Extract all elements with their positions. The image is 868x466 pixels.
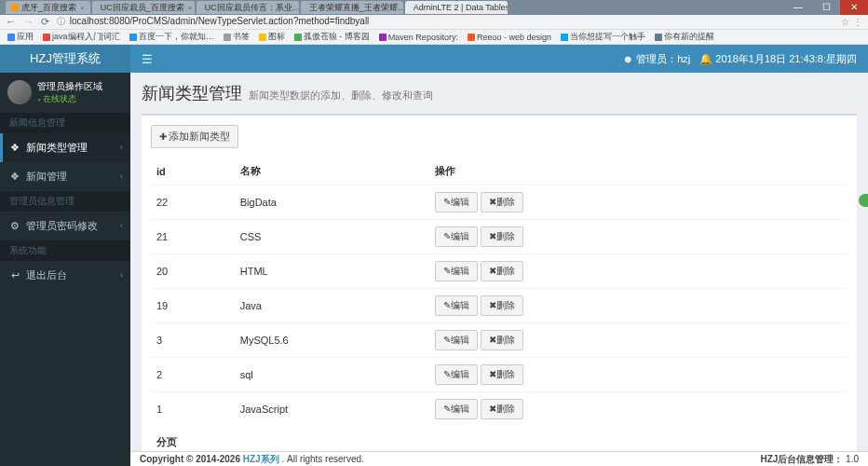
browser-tab[interactable]: UC回应裁员_百度搜索× (92, 1, 195, 14)
col-name: 名称 (235, 158, 429, 185)
add-news-type-button[interactable]: ✚添加新闻类型 (151, 125, 238, 148)
bookmark-favicon-icon (468, 34, 475, 41)
control-sidebar-toggle[interactable] (859, 194, 868, 207)
apps-icon[interactable]: 应用 (7, 31, 34, 43)
edit-icon: ✎ (443, 197, 451, 207)
sidebar-section-header: 管理员信息管理 (0, 191, 130, 212)
bookmark-favicon-icon (259, 34, 266, 41)
forward-icon[interactable]: → (23, 16, 34, 28)
bookmark-item[interactable]: 当你想提写一个触手 (561, 31, 645, 43)
tab-title: AdminLTE 2 | Data Tables (414, 3, 508, 12)
sidebar-toggle-icon[interactable]: ☰ (142, 52, 153, 66)
pagination-label: 分页 (151, 426, 848, 451)
bookmark-favicon-icon (655, 34, 662, 41)
delete-button[interactable]: ✖删除 (481, 399, 523, 419)
bookmark-item[interactable]: java编程入门|词汇 (43, 31, 120, 43)
edit-icon: ✎ (443, 266, 451, 276)
cell-actions: ✎编辑 ✖删除 (429, 220, 848, 254)
sidebar-item[interactable]: ↩退出后台‹ (0, 261, 130, 290)
delete-button[interactable]: ✖删除 (481, 261, 523, 281)
cell-actions: ✎编辑 ✖删除 (429, 185, 848, 220)
edit-button[interactable]: ✎编辑 (435, 295, 478, 316)
favicon-icon (11, 4, 19, 11)
tab-close-icon[interactable]: × (80, 4, 85, 12)
window-controls: — ☐ ✕ (784, 0, 868, 15)
bookmark-item[interactable]: 书签 (224, 31, 250, 43)
bookmark-favicon-icon (129, 34, 137, 41)
bookmark-item[interactable]: Reeoo - web design (468, 33, 551, 42)
cell-actions: ✎编辑 ✖删除 (429, 358, 848, 392)
app-logo[interactable]: HZJ管理系统 (0, 45, 130, 73)
tab-title: UC回应裁员_百度搜索 (101, 2, 184, 14)
cell-id: 3 (151, 323, 235, 358)
cell-actions: ✎编辑 ✖删除 (429, 323, 848, 358)
delete-button[interactable]: ✖删除 (481, 192, 523, 212)
delete-button[interactable]: ✖删除 (481, 330, 523, 350)
table-row: 20 HTML ✎编辑 ✖删除 (151, 254, 848, 289)
data-table: id 名称 操作 22 BigData ✎编辑 ✖删除 21 CSS ✎编辑 ✖… (151, 158, 848, 426)
delete-icon: ✖ (489, 266, 496, 276)
footer-brand-link[interactable]: HZJ系列 (243, 454, 279, 464)
sidebar-item[interactable]: ⚙管理员密码修改‹ (0, 212, 130, 240)
page-header: 新闻类型管理 新闻类型数据的添加、删除、修改和查询 (130, 73, 868, 114)
edit-button[interactable]: ✎编辑 (435, 399, 478, 419)
cell-name: MySQL5.6 (235, 323, 429, 358)
edit-button[interactable]: ✎编辑 (435, 261, 478, 281)
edit-icon: ✎ (443, 335, 451, 345)
chevron-left-icon: ‹ (120, 221, 123, 230)
edit-button[interactable]: ✎编辑 (435, 226, 478, 247)
sidebar-item-icon: ❖ (9, 171, 20, 183)
delete-button[interactable]: ✖删除 (481, 295, 523, 316)
table-row: 1 JavaScript ✎编辑 ✖删除 (151, 392, 848, 427)
bookmark-favicon-icon (224, 34, 231, 41)
bookmark-item[interactable]: 孤傲苍狼 - 博客园 (294, 31, 370, 43)
delete-icon: ✖ (489, 197, 496, 207)
menu-icon[interactable]: ⋮ (853, 17, 862, 27)
cell-name: Java (235, 289, 429, 323)
close-icon[interactable]: ✕ (840, 0, 868, 15)
browser-tab[interactable]: 王者荣耀直播_王者荣耀…× (301, 1, 403, 14)
bookmark-item[interactable]: 百度一下，你就知… (129, 31, 214, 43)
edit-button[interactable]: ✎编辑 (435, 192, 478, 212)
sidebar-item-icon: ❖ (9, 142, 20, 154)
table-row: 21 CSS ✎编辑 ✖删除 (151, 220, 848, 254)
browser-tab[interactable]: 虎牙_百度搜索× (6, 1, 90, 14)
edit-button[interactable]: ✎编辑 (435, 330, 478, 350)
browser-tab[interactable]: UC回应裁员传言：系业…× (197, 1, 299, 14)
sidebar-item-label: 新闻管理 (26, 170, 67, 184)
bookmark-item[interactable]: 你有新的提醒 (655, 31, 714, 43)
minimize-icon[interactable]: — (784, 0, 812, 15)
cell-name: sql (235, 358, 429, 392)
cell-name: CSS (235, 220, 429, 254)
bookmark-item[interactable]: Maven Repository: (379, 33, 458, 42)
delete-button[interactable]: ✖删除 (481, 364, 523, 385)
tab-close-icon[interactable]: × (188, 4, 193, 12)
edit-icon: ✎ (443, 404, 451, 414)
browser-tab[interactable]: AdminLTE 2 | Data Tables× (405, 1, 508, 14)
edit-button[interactable]: ✎编辑 (435, 364, 478, 385)
back-icon[interactable]: ← (6, 16, 16, 28)
cell-actions: ✎编辑 ✖删除 (429, 392, 848, 427)
edit-icon: ✎ (443, 231, 451, 241)
bookmark-item[interactable]: 图标 (259, 31, 285, 43)
reload-icon[interactable]: ⟳ (41, 16, 49, 28)
cell-name: JavaScript (235, 392, 429, 427)
bookmark-star-icon[interactable]: ☆ (841, 17, 849, 27)
admin-user-label[interactable]: ☻ 管理员：hzj (623, 52, 691, 66)
maximize-icon[interactable]: ☐ (812, 0, 840, 15)
edit-icon: ✎ (443, 369, 451, 379)
avatar[interactable] (7, 80, 32, 104)
sidebar-item[interactable]: ❖新闻管理‹ (0, 162, 130, 191)
bookmark-favicon-icon (561, 34, 568, 41)
table-row: 2 sql ✎编辑 ✖删除 (151, 358, 848, 392)
address-input[interactable]: ⓘ localhost:8080/ProCMS/admin/NewTypeSer… (57, 16, 837, 28)
cell-name: BigData (235, 185, 429, 220)
col-id: id (151, 158, 235, 185)
cell-id: 1 (151, 392, 235, 427)
sidebar-section-header: 系统功能 (0, 240, 130, 261)
delete-button[interactable]: ✖删除 (481, 226, 523, 247)
sidebar-item[interactable]: ❖新闻类型管理‹ (0, 133, 130, 162)
sidebar-item-label: 管理员密码修改 (26, 219, 98, 233)
sidebar-item-icon: ⚙ (9, 220, 20, 232)
datetime-label: 🔔 2018年1月18日 21:43:8:星期四 (699, 52, 857, 66)
